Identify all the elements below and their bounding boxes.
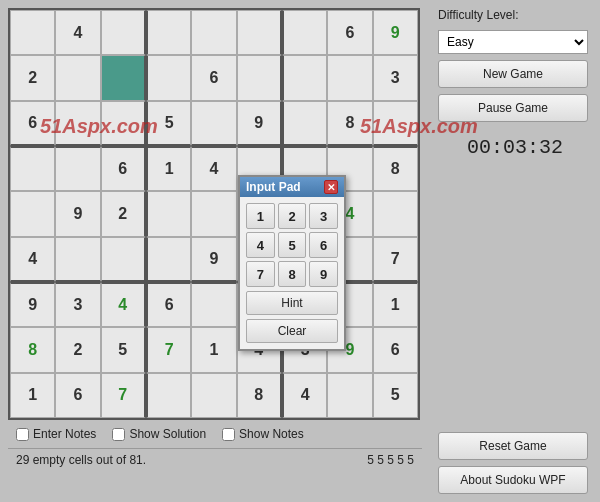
- clear-button[interactable]: Clear: [246, 319, 338, 343]
- cell-4-3[interactable]: [146, 191, 191, 236]
- cell-2-0[interactable]: 6: [10, 101, 55, 146]
- numpad-btn-3[interactable]: 3: [309, 203, 338, 229]
- cell-1-4[interactable]: 6: [191, 55, 236, 100]
- cell-8-8[interactable]: 5: [373, 373, 418, 418]
- show-solution-label: Show Solution: [129, 427, 206, 441]
- cell-1-0[interactable]: 2: [10, 55, 55, 100]
- cell-8-4[interactable]: [191, 373, 236, 418]
- input-pad-title-bar: Input Pad ✕: [240, 177, 344, 197]
- cell-5-2[interactable]: [101, 237, 146, 282]
- cell-2-3[interactable]: 5: [146, 101, 191, 146]
- numpad-btn-9[interactable]: 9: [309, 261, 338, 287]
- cell-5-3[interactable]: [146, 237, 191, 282]
- numpad-btn-1[interactable]: 1: [246, 203, 275, 229]
- cell-1-5[interactable]: [237, 55, 282, 100]
- cell-3-1[interactable]: [55, 146, 100, 191]
- show-solution-checkbox[interactable]: [112, 428, 125, 441]
- cell-2-7[interactable]: 8: [327, 101, 372, 146]
- cell-4-4[interactable]: [191, 191, 236, 236]
- cell-2-1[interactable]: [55, 101, 100, 146]
- cell-7-8[interactable]: 6: [373, 327, 418, 372]
- cell-6-3[interactable]: 6: [146, 282, 191, 327]
- cell-2-4[interactable]: [191, 101, 236, 146]
- cell-7-4[interactable]: 1: [191, 327, 236, 372]
- cell-1-8[interactable]: 3: [373, 55, 418, 100]
- cell-8-3[interactable]: [146, 373, 191, 418]
- numpad-btn-6[interactable]: 6: [309, 232, 338, 258]
- grid-area: 51Aspx.com 51Aspx.com 469263659861489214…: [0, 0, 430, 502]
- cell-2-5[interactable]: 9: [237, 101, 282, 146]
- input-pad-title: Input Pad: [246, 180, 301, 194]
- difficulty-label: Difficulty Level:: [438, 8, 592, 22]
- cell-0-6[interactable]: [282, 10, 327, 55]
- numpad-btn-7[interactable]: 7: [246, 261, 275, 287]
- cell-5-8[interactable]: 7: [373, 237, 418, 282]
- cell-5-4[interactable]: 9: [191, 237, 236, 282]
- cell-4-8[interactable]: [373, 191, 418, 236]
- cell-8-0[interactable]: 1: [10, 373, 55, 418]
- cell-3-2[interactable]: 6: [101, 146, 146, 191]
- cell-7-1[interactable]: 2: [55, 327, 100, 372]
- cell-8-1[interactable]: 6: [55, 373, 100, 418]
- cell-0-8[interactable]: 9: [373, 10, 418, 55]
- cell-3-4[interactable]: 4: [191, 146, 236, 191]
- cell-6-2[interactable]: 4: [101, 282, 146, 327]
- numpad-btn-5[interactable]: 5: [278, 232, 307, 258]
- cell-counters: 5 5 5 5 5: [367, 453, 414, 467]
- cell-3-8[interactable]: 8: [373, 146, 418, 191]
- cell-6-4[interactable]: [191, 282, 236, 327]
- numpad-btn-2[interactable]: 2: [278, 203, 307, 229]
- show-notes-label: Show Notes: [239, 427, 304, 441]
- cell-0-4[interactable]: [191, 10, 236, 55]
- cell-1-6[interactable]: [282, 55, 327, 100]
- cell-0-5[interactable]: [237, 10, 282, 55]
- cell-2-6[interactable]: [282, 101, 327, 146]
- numpad-btn-4[interactable]: 4: [246, 232, 275, 258]
- cell-6-1[interactable]: 3: [55, 282, 100, 327]
- cell-3-3[interactable]: 1: [146, 146, 191, 191]
- cell-0-0[interactable]: [10, 10, 55, 55]
- cell-0-7[interactable]: 6: [327, 10, 372, 55]
- cell-1-1[interactable]: [55, 55, 100, 100]
- cell-5-0[interactable]: 4: [10, 237, 55, 282]
- cell-1-2[interactable]: [101, 55, 146, 100]
- cell-6-0[interactable]: 9: [10, 282, 55, 327]
- cell-0-1[interactable]: 4: [55, 10, 100, 55]
- cell-6-8[interactable]: 1: [373, 282, 418, 327]
- show-notes-checkbox[interactable]: [222, 428, 235, 441]
- cell-8-7[interactable]: [327, 373, 372, 418]
- cell-2-8[interactable]: [373, 101, 418, 146]
- pause-game-button[interactable]: Pause Game: [438, 94, 588, 122]
- sudoku-grid[interactable]: 4692636598614892144979346182571439616784…: [8, 8, 420, 420]
- cell-2-2[interactable]: [101, 101, 146, 146]
- new-game-button[interactable]: New Game: [438, 60, 588, 88]
- numpad-btn-8[interactable]: 8: [278, 261, 307, 287]
- status-text: 29 empty cells out of 81.: [16, 453, 146, 467]
- cell-7-2[interactable]: 5: [101, 327, 146, 372]
- cell-0-2[interactable]: [101, 10, 146, 55]
- cell-1-3[interactable]: [146, 55, 191, 100]
- cell-1-7[interactable]: [327, 55, 372, 100]
- cell-3-0[interactable]: [10, 146, 55, 191]
- cell-5-1[interactable]: [55, 237, 100, 282]
- cell-7-3[interactable]: 7: [146, 327, 191, 372]
- cell-4-1[interactable]: 9: [55, 191, 100, 236]
- show-solution-checkbox-label[interactable]: Show Solution: [112, 427, 206, 441]
- cell-0-3[interactable]: [146, 10, 191, 55]
- input-pad-body: 123456789 Hint Clear: [240, 197, 344, 349]
- cell-8-5[interactable]: 8: [237, 373, 282, 418]
- timer: 00:03:32: [438, 136, 592, 159]
- enter-notes-checkbox[interactable]: [16, 428, 29, 441]
- show-notes-checkbox-label[interactable]: Show Notes: [222, 427, 304, 441]
- input-pad-close-button[interactable]: ✕: [324, 180, 338, 194]
- enter-notes-checkbox-label[interactable]: Enter Notes: [16, 427, 96, 441]
- reset-game-button[interactable]: Reset Game: [438, 432, 588, 460]
- difficulty-select[interactable]: Easy Medium Hard Expert: [438, 30, 588, 54]
- cell-8-6[interactable]: 4: [282, 373, 327, 418]
- cell-4-2[interactable]: 2: [101, 191, 146, 236]
- cell-4-0[interactable]: [10, 191, 55, 236]
- hint-button[interactable]: Hint: [246, 291, 338, 315]
- about-button[interactable]: About Sudoku WPF: [438, 466, 588, 494]
- cell-7-0[interactable]: 8: [10, 327, 55, 372]
- cell-8-2[interactable]: 7: [101, 373, 146, 418]
